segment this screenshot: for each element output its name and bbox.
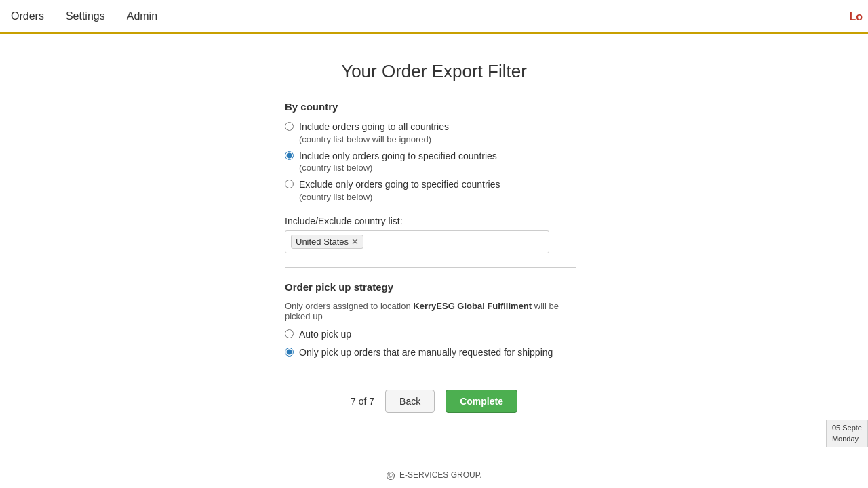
country-option-all-label: Include orders going to all countries xyxy=(299,121,449,134)
country-tag-us: United States ✕ xyxy=(291,235,363,249)
country-option-include-sublabel: (country list below) xyxy=(299,163,497,173)
country-tag-label: United States xyxy=(296,237,349,247)
country-radio-exclude[interactable] xyxy=(285,180,294,188)
footer-text: E-SERVICES GROUP. xyxy=(399,470,482,480)
page-indicator: 7 of 7 xyxy=(351,396,374,407)
country-option-exclude: Exclude only orders going to specified c… xyxy=(285,178,583,202)
by-country-label: By country xyxy=(285,101,583,113)
footer-actions: 7 of 7 Back Complete xyxy=(285,390,583,413)
country-radio-all[interactable] xyxy=(285,122,294,131)
pickup-option-manual-label: Only pick up orders that are manually re… xyxy=(299,346,553,360)
by-country-section: By country Include orders going to all c… xyxy=(285,101,583,253)
pickup-option-auto: Auto pick up xyxy=(285,328,583,342)
page-title: Your Order Export Filter xyxy=(341,61,527,82)
main-content: Your Order Export Filter By country Incl… xyxy=(0,34,868,462)
date-line2: Monday xyxy=(832,434,862,444)
country-list-input[interactable]: United States ✕ xyxy=(285,230,549,253)
footer: © E-SERVICES GROUP. xyxy=(0,462,868,488)
country-radio-include[interactable] xyxy=(285,151,294,160)
nav-orders[interactable]: Orders xyxy=(11,10,44,22)
header-right: Lo xyxy=(849,0,868,34)
section-divider xyxy=(285,267,576,268)
country-option-all-sublabel: (country list below will be ignored) xyxy=(299,134,449,144)
country-radio-group: Include orders going to all countries (c… xyxy=(285,121,583,205)
pickup-section: Order pick up strategy Only orders assig… xyxy=(285,281,583,363)
country-option-include: Include only orders going to specified c… xyxy=(285,150,583,174)
header-right-text: Lo xyxy=(849,11,863,23)
nav-settings[interactable]: Settings xyxy=(66,10,105,22)
pickup-radio-auto[interactable] xyxy=(285,329,294,338)
main-nav: Orders Settings Admin xyxy=(11,10,157,22)
footer-icon: © xyxy=(387,472,395,480)
header: Orders Settings Admin Lo xyxy=(0,0,868,34)
date-line1: 05 Septe xyxy=(832,423,862,433)
country-tag-remove[interactable]: ✕ xyxy=(351,237,359,246)
country-list-label: Include/Exclude country list: xyxy=(285,216,583,226)
pickup-description: Only orders assigned to location KerryES… xyxy=(285,301,583,321)
pickup-radio-manual[interactable] xyxy=(285,348,294,357)
back-button[interactable]: Back xyxy=(385,390,435,413)
date-badge: 05 Septe Monday xyxy=(826,420,868,447)
pickup-option-manual: Only pick up orders that are manually re… xyxy=(285,346,583,360)
pickup-label: Order pick up strategy xyxy=(285,281,583,293)
pickup-desc-prefix: Only orders assigned to location xyxy=(285,301,413,311)
nav-admin[interactable]: Admin xyxy=(127,10,157,22)
country-option-include-label: Include only orders going to specified c… xyxy=(299,150,497,163)
country-option-all: Include orders going to all countries (c… xyxy=(285,121,583,144)
country-option-exclude-sublabel: (country list below) xyxy=(299,192,500,202)
pickup-radio-group: Auto pick up Only pick up orders that ar… xyxy=(285,328,583,363)
pickup-desc-bold: KerryESG Global Fulfillment xyxy=(413,301,532,311)
pickup-option-auto-label: Auto pick up xyxy=(299,328,351,342)
form-container: By country Include orders going to all c… xyxy=(285,101,583,413)
country-option-exclude-label: Exclude only orders going to specified c… xyxy=(299,178,500,192)
complete-button[interactable]: Complete xyxy=(446,390,517,413)
